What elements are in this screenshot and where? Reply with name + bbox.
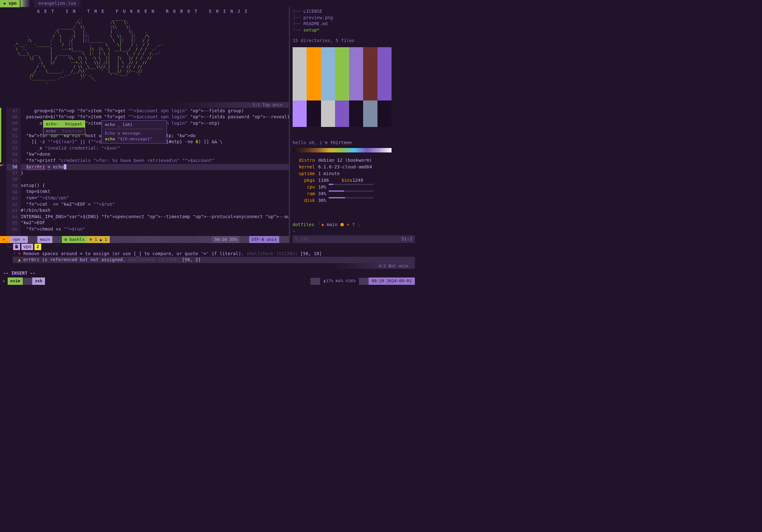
completion-menu[interactable]: echo~Snippet echoFunction (43, 120, 85, 135)
sl-branch: main (37, 236, 52, 243)
sign-column: ▲⊗ (0, 108, 6, 236)
completion-doc: echo _ [sh] Echo a message. echo "${0:me… (102, 120, 167, 144)
color-palette (293, 47, 392, 127)
sl-diagnostics: ⊗ 1 ▲ 1 (87, 236, 110, 243)
greeting: hello x0, i'm thirteen (293, 140, 415, 146)
tree-summary: 15 directories, 5 files (293, 37, 415, 44)
quickfix-count: 2 (35, 244, 41, 250)
code-editor[interactable]: ▲⊗ 4748495051525354555657585960616263646… (0, 108, 289, 236)
sl-divider (110, 236, 212, 243)
quickfix-statusline: 4:2 Bot unix (0, 263, 415, 269)
tmux-clock: 09:29 2024-09-01 (369, 278, 415, 285)
tmux-statusbar: ◇ nvim zsh ▮37% ⊞4% ⊡36% 09:29 2024-09-0… (0, 278, 415, 285)
tab-active[interactable]: vpn (0, 0, 20, 7)
quickfix-filename: vpn (21, 244, 33, 250)
quickfix-header: └─ 🗎 vpn 2 (0, 243, 415, 251)
sl-prompt-icon: >_ (0, 236, 10, 243)
quickfix-item[interactable]: └▲err0rz is referenced but not assigned.… (13, 257, 415, 263)
sl-divider (279, 236, 289, 243)
sl-encoding: UTF-8 unix (249, 236, 279, 243)
tmux-prefix: ◇ (0, 278, 8, 285)
tmux-window[interactable]: zsh (32, 278, 45, 285)
editor-mode: -- INSERT -- (0, 269, 415, 278)
system-info: distrodebian 12 (bookworm) kernel6.1.0-2… (293, 157, 415, 204)
zsh-statusline: ↯ zsh 51:2 (293, 235, 415, 243)
tmux-window-active[interactable]: nvim (8, 278, 23, 285)
file-icon: 🗎 (13, 244, 20, 250)
completion-item[interactable]: echoFunction (43, 128, 85, 135)
quickfix-list[interactable]: └⊗Remove spaces around = to assign (or u… (0, 251, 415, 263)
tmux-divider (23, 278, 32, 285)
completion-item[interactable]: echo~Snippet (43, 120, 85, 128)
header-banner: GET IN THE FUKKEN ROBOT SHINJI (0, 7, 289, 16)
ascii-art-banner: .: ______ /\\ /\ \\ _______/ \\ |\\ \\ /… (0, 16, 289, 102)
shell-prompt[interactable]: dotfiles 「◈ main ⬢ + ? 」› (293, 222, 415, 234)
sl-position: 56:16 35% (212, 236, 239, 243)
sl-divider (240, 236, 249, 243)
line-numbers: 4748495051525354555657585960616263646566 (6, 108, 21, 236)
sl-lsp: ⚙ bashls (62, 236, 87, 243)
tmux-divider (311, 278, 320, 285)
sl-divider (52, 236, 62, 243)
editor-tabs: vpn evangelion.lua (0, 0, 415, 7)
sl-filename: vpn » (10, 236, 28, 243)
tmux-stats: ▮37% ⊞4% ⊡36% (320, 278, 359, 285)
tab-divider (21, 0, 33, 7)
sl-divider (28, 236, 37, 243)
header-statusline: 1:1 Top unix (0, 102, 289, 108)
file-tree[interactable]: ├── LICENSE├── preview.png├── README.md└… (293, 7, 415, 34)
tmux-divider (359, 278, 369, 285)
tab-inactive[interactable]: evangelion.lua (34, 0, 80, 7)
quickfix-item[interactable]: └⊗Remove spaces around = to assign (or u… (13, 251, 415, 257)
gradient-bar (293, 148, 392, 153)
editor-statusline: >_ vpn » main ⚙ bashls ⊗ 1 ▲ 1 56:16 35%… (0, 236, 289, 243)
